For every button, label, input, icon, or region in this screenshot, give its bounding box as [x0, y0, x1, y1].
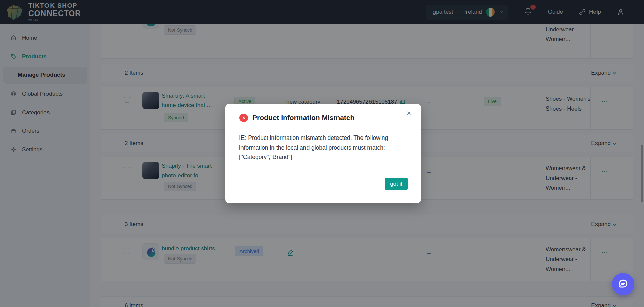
- dialog-message-line: ["Category","Brand"]: [239, 152, 401, 162]
- chat-widget-button[interactable]: [612, 273, 634, 295]
- chat-icon: [617, 278, 629, 290]
- dialog-message-line: information in the local and global prod…: [239, 143, 401, 153]
- mismatch-dialog: ✕ Product Information Mismatch × IE: Pro…: [225, 104, 421, 203]
- close-icon[interactable]: ×: [405, 108, 412, 118]
- dialog-message-line: IE: Product information mismatch detecte…: [239, 133, 401, 143]
- dialog-title: Product Information Mismatch: [252, 114, 354, 122]
- got-it-button[interactable]: got it: [385, 178, 408, 190]
- app-root: { "brand": { "line1": "TIKTOK SHOP", "li…: [0, 0, 644, 307]
- error-icon: ✕: [239, 114, 248, 122]
- dialog-message: IE: Product information mismatch detecte…: [239, 133, 401, 162]
